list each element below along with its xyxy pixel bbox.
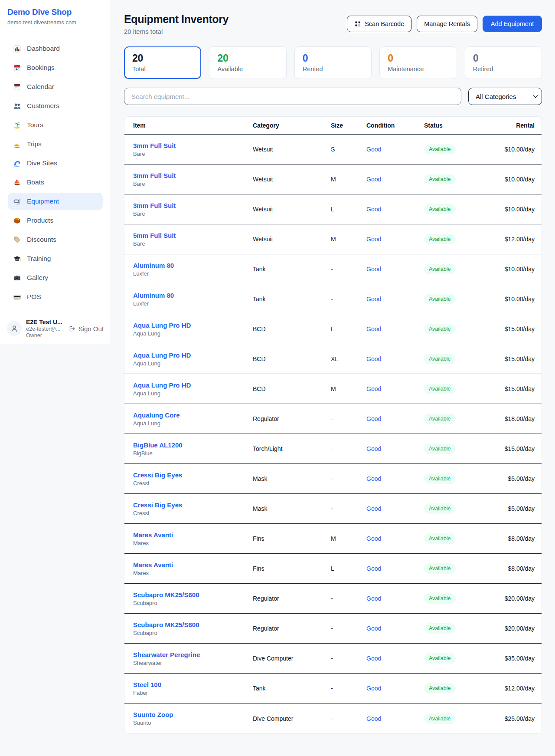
condition-link[interactable]: Good [366,655,424,662]
table-row: 5mm Full Suit Bare Wetsuit M Good Availa… [124,224,542,254]
item-name-link[interactable]: 3mm Full Suit [133,172,253,179]
sidebar-item-tours[interactable]: Tours [8,116,103,134]
item-size: M [331,385,366,392]
item-name-link[interactable]: Aqua Lung Pro HD [133,381,253,389]
sign-out-icon [69,325,76,332]
condition-link[interactable]: Good [366,565,424,572]
sidebar-user-section: E2E Test U... e2e-tester@... Owner Sign … [0,313,111,345]
condition-link[interactable]: Good [366,206,424,213]
condition-link[interactable]: Good [366,146,424,153]
header-actions: Scan Barcode Manage Rentals Add Equipmen… [347,16,542,32]
condition-link[interactable]: Good [366,236,424,243]
status-badge: Available [424,503,456,514]
status-badge: Available [424,144,456,154]
condition-link[interactable]: Good [366,505,424,512]
item-name-link[interactable]: Shearwater Peregrine [133,651,253,658]
item-size: - [331,505,366,512]
stat-card-retired[interactable]: 0 Retired [465,46,542,79]
table-row: Scubapro MK25/S600 Scubapro Regulator - … [124,584,542,614]
sidebar-item-trips[interactable]: Trips [8,135,103,153]
stat-card-available[interactable]: 20 Available [209,46,286,79]
condition-link[interactable]: Good [366,296,424,302]
add-equipment-button[interactable]: Add Equipment [483,16,542,32]
condition-link[interactable]: Good [366,595,424,602]
item-name-link[interactable]: Mares Avanti [133,531,253,539]
condition-link[interactable]: Good [366,685,424,692]
category-select[interactable]: All Categories [468,88,542,105]
stat-card-rented[interactable]: 0 Rented [294,46,372,79]
sidebar-item-label: Tours [27,121,43,129]
add-equipment-label: Add Equipment [491,20,534,27]
sidebar-item-gallery[interactable]: Gallery [8,269,103,286]
item-name-link[interactable]: Aluminum 80 [133,292,253,299]
sidebar-item-pos[interactable]: POS [8,288,103,306]
barcode-icon [354,20,361,27]
sidebar-item-products[interactable]: Products [8,212,103,229]
avatar [7,321,22,336]
item-name-link[interactable]: 5mm Full Suit [133,232,253,239]
search-input[interactable] [124,88,461,105]
item-name-link[interactable]: Aqua Lung Pro HD [133,352,253,359]
item-name-link[interactable]: BigBlue AL1200 [133,441,253,449]
sidebar-item-dive-sites[interactable]: Dive Sites [8,154,103,172]
condition-link[interactable]: Good [366,385,424,392]
sidebar-item-equipment[interactable]: Equipment [8,193,103,210]
person-icon [10,324,19,333]
stat-card-maintenance[interactable]: 0 Maintenance [379,46,457,79]
rental-rate: $35.00/day [493,655,535,662]
condition-link[interactable]: Good [366,266,424,273]
sidebar-item-bookings[interactable]: 17 Bookings [8,59,103,76]
item-size: - [331,296,366,302]
item-size: L [331,565,366,572]
sidebar-item-customers[interactable]: Customers [8,97,103,115]
condition-link[interactable]: Good [366,415,424,422]
stat-card-total[interactable]: 20 Total [124,46,201,79]
stat-label: Available [217,66,278,72]
sidebar-item-discounts[interactable]: Discounts [8,231,103,248]
item-name-link[interactable]: Steel 100 [133,681,253,688]
item-name-link[interactable]: 3mm Full Suit [133,142,253,149]
item-name-link[interactable]: Mares Avanti [133,561,253,569]
item-name-link[interactable]: Suunto Zoop [133,711,253,718]
stat-value: 0 [473,53,534,64]
user-meta: E2E Test U... e2e-tester@... Owner [26,319,69,339]
table-header: ItemCategorySizeConditionStatusRental [124,117,542,135]
item-name-link[interactable]: Cressi Big Eyes [133,471,253,479]
brand-title[interactable]: Demo Dive Shop [7,7,103,17]
table-row: Mares Avanti Mares Fins M Good Available… [124,524,542,554]
sign-out-button[interactable]: Sign Out [69,325,104,332]
condition-link[interactable]: Good [366,715,424,722]
item-brand: Aqua Lung [133,360,253,367]
condition-link[interactable]: Good [366,475,424,482]
sidebar-item-dashboard[interactable]: Dashboard [8,40,103,57]
item-name-link[interactable]: Aqua Lung Pro HD [133,322,253,329]
item-name-link[interactable]: 3mm Full Suit [133,202,253,209]
table-row: 3mm Full Suit Bare Wetsuit L Good Availa… [124,194,542,224]
scan-barcode-button[interactable]: Scan Barcode [347,16,411,32]
item-name-link[interactable]: Aluminum 80 [133,262,253,269]
condition-link[interactable]: Good [366,355,424,362]
item-name-link[interactable]: Scubapro MK25/S600 [133,621,253,628]
condition-link[interactable]: Good [366,535,424,542]
condition-link[interactable]: Good [366,445,424,452]
item-category: Regulator [253,625,331,632]
condition-link[interactable]: Good [366,325,424,332]
status-badge: Available [424,384,456,394]
rental-rate: $15.00/day [493,445,535,452]
condition-link[interactable]: Good [366,176,424,183]
item-category: Regulator [253,595,331,602]
bar-chart-icon [13,45,21,53]
condition-link[interactable]: Good [366,625,424,632]
item-category: Wetsuit [253,206,331,213]
status-badge: Available [424,204,456,214]
item-size: - [331,655,366,662]
table-row: Aqua Lung Pro HD Aqua Lung BCD L Good Av… [124,314,542,344]
sidebar-item-training[interactable]: Training [8,250,103,267]
manage-rentals-button[interactable]: Manage Rentals [417,16,477,32]
sidebar-item-boats[interactable]: Boats [8,174,103,191]
user-name: E2E Test U... [26,319,69,325]
item-name-link[interactable]: Cressi Big Eyes [133,501,253,509]
item-name-link[interactable]: Scubapro MK25/S600 [133,591,253,598]
sidebar-item-calendar[interactable]: Calendar [8,78,103,95]
item-name-link[interactable]: Aqualung Core [133,411,253,419]
